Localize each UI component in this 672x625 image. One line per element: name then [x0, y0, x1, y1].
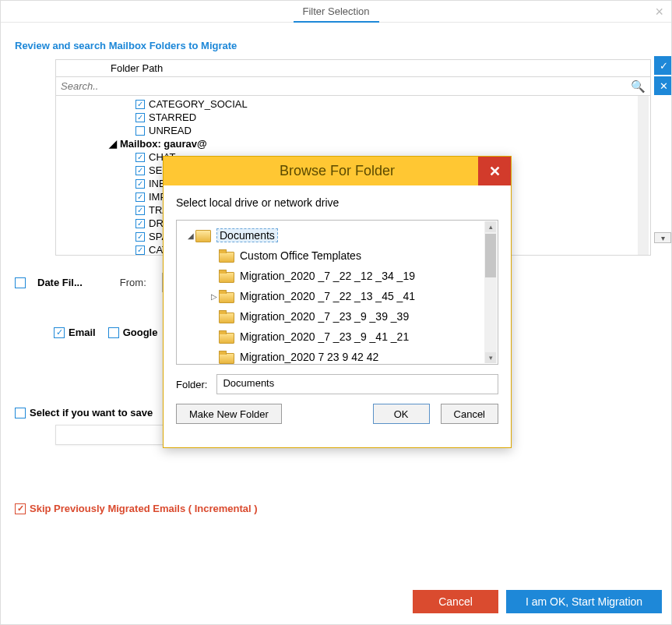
from-label: From: [120, 277, 146, 288]
folder-checkbox[interactable]: ✓ [135, 245, 145, 255]
browser-folder-item[interactable]: Migration_2020 _7 _23 _9 _41 _21 [177, 327, 498, 347]
folder-checkbox[interactable]: ✓ [135, 232, 145, 242]
folder-node[interactable]: UNREAD [56, 124, 650, 137]
folder-checkbox[interactable]: ✓ [135, 179, 145, 189]
browser-folder-item[interactable]: ◢Documents [177, 225, 498, 245]
start-migration-button[interactable]: I am OK, Start Migration [506, 590, 662, 613]
folder-browser[interactable]: ▴ ▾ ◢DocumentsCustom Office TemplatesMig… [176, 220, 498, 365]
browser-folder-item[interactable]: Migration_2020 _7 _23 _9 _39 _39 [177, 306, 498, 327]
folder-node[interactable]: ✓CATEGORY_SOCIAL [56, 97, 650, 111]
mailbox-node[interactable]: ◢Mailbox: gaurav@ [56, 137, 650, 150]
folder-label: CATEGORY_SOCIAL [149, 97, 248, 111]
browser-folder-item[interactable]: Migration_2020 _7 _22 _12 _34 _19 [177, 266, 498, 286]
search-input[interactable] [61, 79, 631, 94]
email-checkbox[interactable]: ✓ [54, 327, 65, 338]
folder-icon [219, 351, 234, 363]
folder-label: UNREAD [149, 124, 192, 137]
expand-icon[interactable]: ▷ [209, 292, 219, 301]
browser-folder-item[interactable]: Custom Office Templates [177, 245, 498, 266]
folder-label: Mailbox: gaurav@ [120, 137, 207, 150]
column-header-folder-path[interactable]: Folder Path [55, 59, 651, 77]
skip-label: Skip Previously Migrated Emails ( Increm… [30, 503, 258, 514]
dialog-cancel-button[interactable]: Cancel [441, 404, 498, 424]
browser-item-label: Migration_2020 _7 _22 _12 _34 _19 [240, 270, 415, 282]
browser-item-label: Migration_2020 _7 _22 _13 _45 _41 [240, 290, 415, 302]
browser-item-label: Migration_2020 _7 _23 _9 _41 _21 [240, 330, 409, 343]
folder-node[interactable]: ✓STARRED [56, 111, 650, 124]
browser-item-label: Custom Office Templates [240, 249, 361, 262]
folder-checkbox[interactable]: ✓ [135, 113, 145, 122]
browser-item-label: Migration_2020 _7 _23 _9 _39 _39 [240, 310, 409, 323]
dialog-subtitle: Select local drive or network drive [176, 196, 498, 209]
scroll-up-icon[interactable]: ▴ [485, 221, 496, 232]
folder-name-input[interactable]: Documents [216, 374, 498, 394]
google-checkbox[interactable]: ✓ [108, 327, 119, 338]
folder-checkbox[interactable]: ✓ [135, 206, 145, 215]
scroll-thumb[interactable] [485, 234, 496, 277]
folder-icon [219, 330, 234, 343]
folder-label: STARRED [149, 111, 196, 124]
folder-checkbox[interactable] [135, 126, 145, 136]
folder-icon [219, 249, 234, 262]
date-filter-checkbox[interactable]: ✓ [15, 277, 26, 288]
browser-folder-item[interactable]: ▷Migration_2020 _7 _22 _13 _45 _41 [177, 286, 498, 306]
folder-icon [219, 270, 234, 282]
ok-button[interactable]: OK [373, 404, 430, 424]
select-all-button[interactable]: ✓ [654, 56, 672, 75]
tree-scrollbar[interactable] [638, 96, 649, 255]
cancel-button[interactable]: Cancel [413, 590, 498, 613]
dialog-title: Browse For Folder [280, 163, 395, 179]
folder-field-label: Folder: [176, 379, 207, 390]
save-label: Select if you want to save [30, 407, 153, 418]
documents-icon [195, 228, 211, 242]
folder-checkbox[interactable]: ✓ [135, 100, 145, 109]
google-label: Google [123, 327, 158, 338]
scroll-down-icon[interactable]: ▾ [485, 352, 496, 363]
folder-checkbox[interactable]: ✓ [135, 166, 145, 175]
folder-icon [219, 310, 234, 323]
expand-icon[interactable]: ◢ [186, 231, 195, 240]
date-filter-label: Date Fil... [37, 277, 83, 288]
browser-item-label: Documents [216, 228, 278, 242]
folder-checkbox[interactable]: ✓ [135, 219, 145, 228]
window-title: Filter Selection [303, 5, 370, 17]
folder-checkbox[interactable]: ✓ [135, 192, 145, 202]
folder-icon [219, 290, 234, 302]
folder-checkbox[interactable]: ✓ [135, 153, 145, 162]
heading-review: Review and search Mailbox Folders to Mig… [15, 40, 659, 51]
dialog-close-button[interactable]: ✕ [478, 157, 511, 185]
save-checkbox[interactable]: ✓ [15, 408, 26, 418]
browse-folder-dialog: Browse For Folder ✕ Select local drive o… [163, 156, 512, 448]
browser-item-label: Migration_2020 7 23 9 42 42 [240, 351, 378, 363]
skip-checkbox[interactable]: ✓ [15, 503, 26, 514]
close-icon[interactable]: × [655, 1, 663, 23]
email-label: Email [69, 327, 96, 338]
clear-all-button[interactable]: ✕ [654, 76, 672, 95]
scroll-down-icon[interactable]: ▾ [654, 232, 671, 243]
browser-scrollbar[interactable]: ▴ ▾ [484, 221, 497, 363]
window-titlebar: Filter Selection × [1, 1, 671, 23]
browser-folder-item[interactable]: Migration_2020 7 23 9 42 42 [177, 347, 498, 365]
search-icon[interactable]: 🔍 [631, 79, 646, 94]
expand-icon[interactable]: ◢ [109, 137, 117, 150]
make-new-folder-button[interactable]: Make New Folder [176, 404, 282, 424]
dialog-titlebar[interactable]: Browse For Folder ✕ [164, 157, 511, 185]
